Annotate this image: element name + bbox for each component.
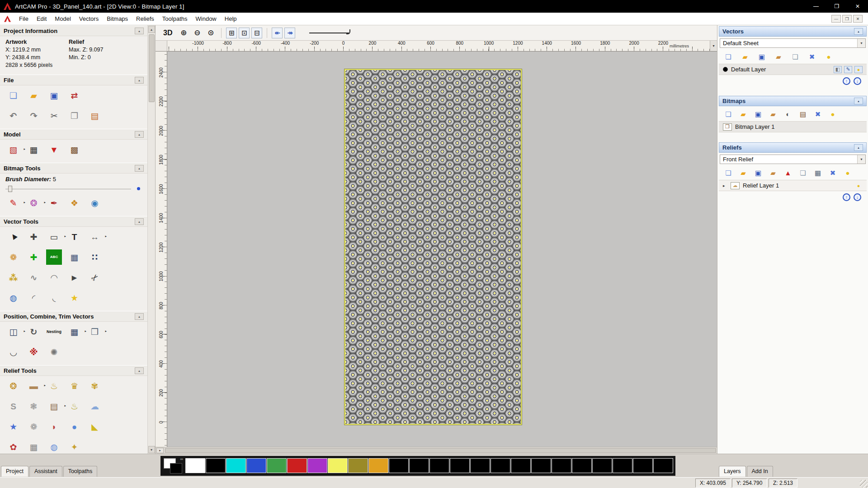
rollup-button[interactable]: ▲: [135, 313, 144, 320]
toggle-all-reliefs-icon[interactable]: ●: [842, 168, 853, 178]
color-swatch[interactable]: [429, 458, 449, 473]
spin-relief-icon[interactable]: S: [5, 399, 21, 414]
color-swatch[interactable]: [287, 458, 307, 473]
tab-project[interactable]: Project: [1, 466, 28, 477]
measure-icon[interactable]: ↔ ▸: [87, 229, 103, 244]
flyout-arrow[interactable]: ▸: [24, 201, 25, 204]
new-relief-layer-icon[interactable]: ❏: [797, 168, 808, 178]
new-vector-layer-icon[interactable]: ❏: [790, 52, 801, 61]
relief-preview-icon[interactable]: ▦: [812, 168, 823, 178]
trim-vectors-icon[interactable]: ✂: [87, 270, 103, 285]
rollup-button[interactable]: ▲: [135, 28, 144, 34]
flyout-arrow[interactable]: ▸: [85, 329, 86, 333]
color-swatch[interactable]: [389, 458, 409, 473]
switch-3d-view-button[interactable]: 3D: [160, 28, 175, 38]
create-star-icon[interactable]: ★: [66, 290, 82, 305]
rollup-button[interactable]: ▲: [135, 367, 144, 374]
create-spiral-icon[interactable]: ✺: [46, 344, 62, 360]
smooth-polyline-icon[interactable]: ◠: [46, 270, 62, 285]
scroll-left-button[interactable]: ▸: [156, 448, 164, 453]
color-swatch[interactable]: [470, 458, 490, 473]
color-swatch[interactable]: [491, 458, 510, 473]
zoom-window-icon[interactable]: ⊞: [226, 28, 237, 38]
weave-wizard-icon[interactable]: ❁: [26, 419, 42, 434]
mesh-relief-icon[interactable]: ▦: [26, 439, 42, 454]
new-relief-icon[interactable]: ❏: [723, 168, 734, 178]
color-swatch[interactable]: [511, 458, 531, 473]
draw-icon[interactable]: ✒: [46, 195, 62, 211]
stretch-curve-icon[interactable]: ◡: [5, 344, 21, 360]
tab-assistant[interactable]: Assistant: [29, 466, 62, 477]
zoom-previous-icon[interactable]: ⊟: [251, 28, 262, 38]
menu-bitmaps[interactable]: Bitmaps: [103, 13, 132, 24]
primary-secondary-colors[interactable]: ∞: [163, 457, 184, 474]
vector-direction-icon[interactable]: ►: [66, 270, 82, 285]
weld-vectors-icon[interactable]: ❒ ▸: [87, 324, 103, 339]
mdi-close-button[interactable]: ✕: [853, 15, 863, 23]
paste-icon[interactable]: ▤: [87, 108, 103, 123]
wedge-relief-icon[interactable]: ◣: [87, 419, 103, 434]
secondary-color-swatch[interactable]: [170, 463, 182, 474]
bitmap-settings-icon[interactable]: ▤: [797, 109, 808, 119]
blend-relief-icon[interactable]: ◍: [46, 439, 62, 454]
horizontal-scrollbar[interactable]: ▸: [156, 447, 717, 454]
rollup-button[interactable]: ▲: [135, 218, 144, 225]
contrast-icon[interactable]: ◐: [783, 109, 793, 119]
fillet-icon[interactable]: ◟: [46, 290, 62, 305]
color-swatch[interactable]: [572, 458, 592, 473]
section-header-position-combine-trim[interactable]: Position, Combine, Trim Vectors ▲: [0, 311, 147, 322]
move-layer-down-button[interactable]: ↓: [854, 77, 861, 85]
create-texture-icon[interactable]: ❂: [5, 378, 21, 394]
brush-diameter-slider[interactable]: [5, 185, 141, 193]
close-button[interactable]: ✕: [847, 0, 868, 13]
rollup-button[interactable]: ▲: [854, 28, 863, 35]
import-relief-icon[interactable]: ▰: [768, 168, 778, 178]
face-wizard-icon[interactable]: ✿: [5, 439, 21, 454]
move-layer-down-button[interactable]: ↓: [854, 193, 861, 201]
document-icon[interactable]: [4, 16, 11, 22]
chevron-down-icon[interactable]: ▼: [857, 39, 865, 47]
flyout-arrow[interactable]: ▸: [105, 235, 107, 238]
color-swatch[interactable]: [307, 458, 327, 473]
open-model-icon[interactable]: ▰: [26, 88, 42, 103]
slider-handle[interactable]: [8, 186, 12, 192]
import-bitmap-icon[interactable]: ▰: [768, 109, 778, 119]
color-swatch[interactable]: [531, 458, 551, 473]
select-vectors-icon[interactable]: ►: [5, 229, 21, 244]
flyout-arrow[interactable]: ▸: [44, 201, 46, 204]
drape-relief-icon[interactable]: ◗: [46, 419, 62, 434]
ruler-options-button[interactable]: ▾: [710, 41, 717, 52]
flyout-arrow[interactable]: ▸: [105, 329, 107, 333]
flyout-arrow[interactable]: ▸: [64, 235, 66, 238]
section-header-relief-tools[interactable]: Relief Tools ▲: [0, 365, 147, 376]
offset-relief-icon[interactable]: ▤ ▸: [46, 399, 62, 414]
color-swatch[interactable]: [348, 458, 368, 473]
block-paste-icon[interactable]: ∷: [87, 249, 103, 265]
flyout-arrow[interactable]: ▸: [64, 404, 66, 408]
color-swatch[interactable]: [226, 458, 246, 473]
open-vectors-icon[interactable]: ▰: [740, 52, 750, 61]
menu-model[interactable]: Model: [51, 13, 75, 24]
restore-button[interactable]: ❐: [826, 0, 847, 13]
layer-lock-icon[interactable]: ◧: [834, 66, 842, 73]
artwork-panel[interactable]: [344, 69, 522, 425]
redo-icon[interactable]: ↷: [26, 108, 42, 123]
wrap-text-icon[interactable]: ABC: [46, 249, 62, 265]
create-arc-icon[interactable]: ◜: [26, 290, 42, 305]
paste-along-curve-icon[interactable]: ▦: [66, 249, 82, 265]
tab-add-in[interactable]: Add In: [747, 466, 773, 477]
scrollbar-thumb[interactable]: [149, 34, 155, 102]
interactive-sculpting-icon[interactable]: ☁: [87, 399, 103, 414]
flyout-arrow[interactable]: ▸: [24, 147, 25, 151]
section-header-bitmap-tools[interactable]: Bitmap Tools ▲: [0, 163, 147, 174]
rollup-button[interactable]: ▲: [135, 165, 144, 172]
import-export-icon[interactable]: ⇄: [66, 88, 82, 103]
toggle-all-vectors-icon[interactable]: ●: [823, 52, 834, 61]
color-swatch[interactable]: [653, 458, 673, 473]
section-header-project-information[interactable]: Project Information ▲: [0, 25, 147, 36]
bitmaps-header[interactable]: Bitmaps ▲: [719, 96, 867, 106]
color-swatch[interactable]: [450, 458, 470, 473]
load-reference-image-icon[interactable]: ▩: [66, 142, 82, 157]
mdi-restore-button[interactable]: ❐: [842, 15, 852, 23]
move-layer-up-button[interactable]: ↑: [843, 193, 850, 201]
